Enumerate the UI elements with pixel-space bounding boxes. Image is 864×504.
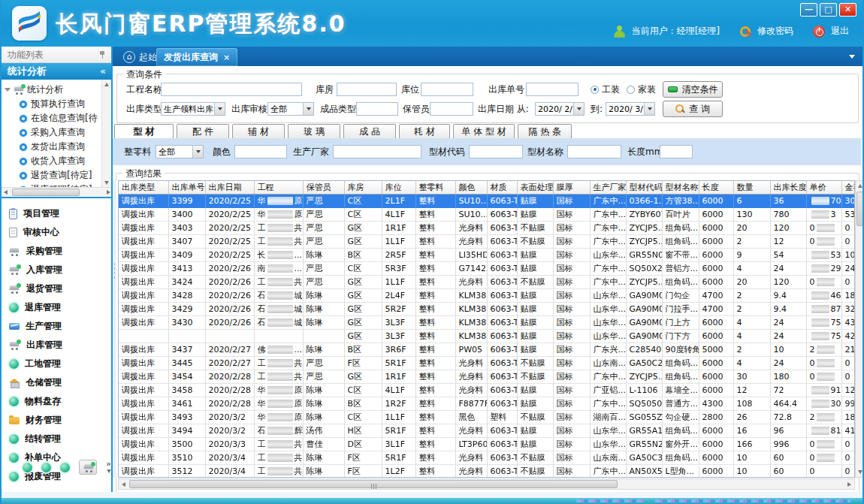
date-from-picker[interactable]: 2020/ 2/16 bbox=[535, 102, 585, 116]
logout-link[interactable]: 退出 bbox=[831, 25, 849, 38]
column-header-14[interactable]: 型材名称 bbox=[662, 181, 699, 194]
column-header-7[interactable]: 整零料 bbox=[415, 181, 455, 194]
table-row[interactable]: 调拨出库34302020/2/26石城陈琳G区3L3F整料KLM38176063… bbox=[119, 315, 855, 329]
tab-list-dropdown-icon[interactable] bbox=[849, 55, 855, 59]
column-header-9[interactable]: 材质 bbox=[487, 181, 517, 194]
radio-jiazhuang[interactable]: 家装 bbox=[627, 83, 656, 96]
column-header-1[interactable]: 出库单号 bbox=[168, 181, 205, 194]
table-row[interactable]: 调拨出库34452020/2/27工共工程严思F区5R1F整料光身料6063-T… bbox=[119, 356, 855, 370]
search-button[interactable]: 查 询 bbox=[663, 101, 723, 117]
sidebar-item-9[interactable]: 仓储管理 bbox=[2, 373, 111, 392]
table-row[interactable]: 调拨出库34072020/2/25工共工程严思G区1L1F整料光身料6063-T… bbox=[119, 234, 855, 248]
table-row[interactable]: 调拨出库34242020/2/26工共工程严思G区1L1F整料光身料6063-T… bbox=[119, 275, 855, 288]
column-header-15[interactable]: 长度 bbox=[699, 181, 733, 194]
material-subtab-2[interactable]: 辅 材 bbox=[232, 124, 285, 139]
sidebar-item-2[interactable]: 采购管理 bbox=[2, 242, 111, 261]
tree-item-2[interactable]: 采购入库查询 bbox=[5, 125, 101, 140]
close-button[interactable]: ✕ bbox=[839, 3, 856, 17]
sidebar-item-3[interactable]: 入库管理 bbox=[2, 261, 111, 279]
dropdown-arrow-icon[interactable] bbox=[192, 146, 203, 158]
column-header-2[interactable]: 出库日期 bbox=[205, 181, 254, 194]
table-row[interactable]: 调拨出库34032020/2/25工共工程严思G区1R1F整料光身料6063-T… bbox=[119, 221, 855, 234]
column-header-19[interactable]: 金额 bbox=[841, 181, 855, 194]
green-dot-icon[interactable] bbox=[23, 463, 32, 472]
sidebar-item-8[interactable]: 工地管理 bbox=[2, 355, 111, 373]
expander-icon[interactable] bbox=[5, 88, 11, 92]
tab-close-icon[interactable]: × bbox=[223, 53, 230, 62]
out-type-combo[interactable]: 生产领料出库 bbox=[161, 102, 225, 116]
grid-horizontal-scrollbar[interactable] bbox=[118, 478, 855, 490]
order-no-input[interactable] bbox=[526, 83, 579, 96]
table-row[interactable]: G区3L3F整料KLM38176063-T5贴膜国标山东华...GA90M09.… bbox=[119, 329, 855, 343]
sidebar-item-11[interactable]: 财务管理 bbox=[2, 411, 111, 430]
tab-shipment-outbound-query[interactable]: 发货出库查询 × bbox=[156, 48, 237, 66]
table-row[interactable]: 调拨出库35102020/3/4工共工程陈琳F区5R1F整料光身料6063-T5… bbox=[119, 451, 855, 464]
column-header-12[interactable]: 生产厂家 bbox=[590, 181, 626, 194]
dropdown-arrow-icon[interactable] bbox=[303, 103, 313, 115]
vertical-splitter[interactable] bbox=[113, 180, 116, 478]
tree-horizontal-scrollbar[interactable] bbox=[2, 187, 111, 197]
date-to-picker[interactable]: 2020/ 3/16 bbox=[606, 102, 655, 116]
profile-code-input[interactable] bbox=[469, 145, 523, 158]
table-row[interactable]: 调拨出库34942020/3/2石辉城汤伟H区5R1F整料光身料6063-T5贴… bbox=[119, 424, 855, 437]
more-chevron[interactable]: » bbox=[106, 460, 111, 474]
tree-item-5[interactable]: 退货查询[待定] bbox=[5, 168, 101, 183]
table-row[interactable]: 调拨出库34582020/2/28华原...陈琳C区4L1F整料光身料6063-… bbox=[119, 383, 855, 397]
column-header-17[interactable]: 出库长度 bbox=[770, 181, 806, 194]
table-row[interactable]: 调拨出库34002020/2/25华原...严思C区4L1F整料SU10...6… bbox=[119, 207, 855, 221]
location-input[interactable] bbox=[421, 83, 473, 96]
warehouse-input[interactable] bbox=[337, 83, 397, 96]
sidebar-item-4[interactable]: 退货管理 bbox=[2, 279, 111, 298]
table-row[interactable]: 调拨出库35122020/3/4工共工程陈琳F区1L2F整料光身料6063-T5… bbox=[119, 464, 855, 478]
color-input[interactable] bbox=[234, 145, 287, 158]
table-row[interactable]: 调拨出库34542020/2/28工共工程严思G区1R1F整料光身料6063-T… bbox=[119, 370, 855, 383]
table-row[interactable]: 调拨出库34282020/2/26石城陈琳G区2L4F整料KLM38176063… bbox=[119, 288, 855, 302]
column-header-10[interactable]: 表面处理 bbox=[517, 181, 553, 194]
column-header-13[interactable]: 型材代码 bbox=[626, 181, 662, 194]
column-header-0[interactable]: 出库类型 bbox=[119, 181, 168, 194]
tree-item-4[interactable]: 收货入库查询 bbox=[5, 154, 101, 168]
whole-piece-combo[interactable]: 全部 bbox=[156, 145, 204, 158]
sidebar-section-stats[interactable]: 统计分析 « bbox=[2, 63, 111, 80]
sidebar-item-0[interactable]: 项目管理 bbox=[2, 204, 111, 223]
cart-button[interactable] bbox=[79, 460, 97, 475]
product-type-input[interactable] bbox=[356, 102, 398, 116]
column-header-16[interactable]: 数量 bbox=[733, 181, 770, 194]
material-subtab-6[interactable]: 单 体 型 材 bbox=[453, 124, 515, 139]
material-subtab-4[interactable]: 成 品 bbox=[343, 124, 396, 139]
sidebar-item-1[interactable]: 审核中心 bbox=[2, 223, 111, 242]
material-subtab-7[interactable]: 隔 热 条 bbox=[518, 124, 572, 139]
length-input[interactable] bbox=[660, 145, 693, 158]
collapse-icon[interactable]: « bbox=[100, 63, 106, 80]
dropdown-arrow-icon[interactable] bbox=[573, 103, 584, 115]
tree-item-1[interactable]: 在途信息查询[待 bbox=[5, 111, 101, 125]
table-row[interactable]: 调拨出库34132020/2/26南...严思C区5R3F整料G71422606… bbox=[119, 261, 855, 275]
maximize-button[interactable]: □ bbox=[820, 3, 837, 17]
minimize-button[interactable]: — bbox=[800, 3, 817, 17]
tree-item-3[interactable]: 发货出库查询 bbox=[5, 140, 101, 154]
material-subtab-5[interactable]: 耗 材 bbox=[399, 124, 450, 139]
table-row[interactable]: 调拨出库33992020/2/25华原...严思C区2L1F整料SU10...6… bbox=[119, 194, 855, 207]
table-row[interactable]: 调拨出库34292020/2/26石城陈琳G区5R2F整料KLM38176063… bbox=[119, 302, 855, 315]
table-row[interactable]: 调拨出库34612020/2/28华原...陈琳B区1R2F整料F8877FT6… bbox=[119, 397, 855, 410]
column-header-5[interactable]: 库房 bbox=[344, 181, 382, 194]
change-password-link[interactable]: 修改密码 bbox=[757, 25, 793, 38]
sidebar-item-6[interactable]: 生产管理 bbox=[2, 317, 111, 336]
column-header-4[interactable]: 保管员 bbox=[303, 181, 344, 194]
tree-vertical-scrollbar[interactable] bbox=[101, 80, 111, 188]
manufacturer-input[interactable] bbox=[333, 145, 421, 158]
column-header-6[interactable]: 库位 bbox=[382, 181, 415, 194]
table-row[interactable]: 调拨出库35002020/3/3工共工程曹佳D区3L1F整料LT3P606063… bbox=[119, 437, 855, 451]
pin-icon[interactable] bbox=[99, 51, 105, 59]
column-header-18[interactable]: 单价 bbox=[806, 181, 841, 194]
material-subtab-1[interactable]: 配 件 bbox=[177, 124, 229, 139]
table-row[interactable]: 调拨出库34932020/3/2华原...陈琳C区1L1F整料黑色塑料不贴膜国标… bbox=[119, 410, 855, 424]
radio-gongzhuang[interactable]: 工装 bbox=[591, 83, 620, 96]
sidebar-item-7[interactable]: 出库管理 bbox=[2, 336, 111, 355]
column-header-11[interactable]: 膜厚 bbox=[553, 181, 590, 194]
grid-vertical-scrollbar[interactable] bbox=[855, 180, 864, 478]
dropdown-arrow-icon[interactable] bbox=[644, 103, 654, 115]
dropdown-arrow-icon[interactable] bbox=[214, 103, 225, 115]
green-dot-icon[interactable] bbox=[60, 463, 70, 472]
column-header-3[interactable]: 工程 bbox=[254, 181, 303, 194]
